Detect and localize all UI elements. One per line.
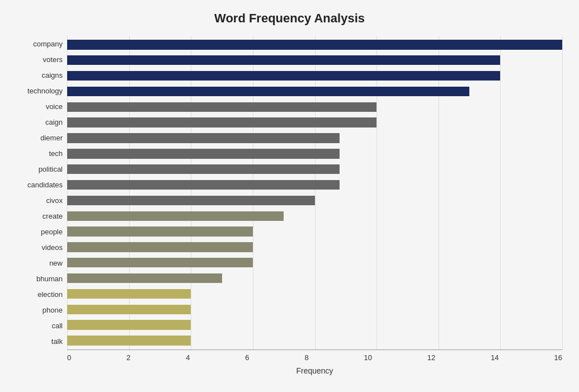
bar-row	[67, 208, 562, 224]
x-tick: 16	[554, 353, 562, 362]
y-axis-label: tech	[49, 150, 63, 157]
bar-row	[67, 239, 562, 255]
bar	[67, 117, 376, 127]
bar-row	[67, 130, 562, 146]
bar	[67, 289, 191, 299]
x-tick: 6	[245, 353, 249, 362]
bar-row	[67, 115, 562, 130]
y-axis-label: caigns	[41, 72, 63, 79]
bar	[67, 242, 253, 252]
y-axis-label: company	[33, 40, 63, 48]
bar-row	[67, 37, 562, 53]
y-axis-label: civox	[46, 197, 63, 204]
bar-row	[67, 224, 562, 239]
bar-row	[67, 192, 562, 208]
bar	[67, 164, 340, 174]
bar-row	[67, 271, 562, 286]
x-tick: 0	[67, 353, 71, 362]
bar	[67, 87, 469, 96]
bar	[67, 305, 191, 314]
grid-and-bars	[67, 36, 562, 350]
y-axis-label: people	[41, 228, 63, 235]
chart-title: Word Frequency Analysis	[17, 11, 562, 26]
x-axis: 0246810121416	[67, 350, 562, 362]
bar	[67, 258, 253, 267]
bar-row	[67, 317, 562, 333]
chart-container: Word Frequency Analysis companyvoterscai…	[0, 0, 579, 392]
x-tick: 2	[126, 353, 130, 362]
x-tick: 12	[427, 353, 435, 362]
bar-row	[67, 162, 562, 177]
bar	[67, 71, 500, 81]
bar-row	[67, 146, 562, 162]
bar-row	[67, 84, 562, 100]
bar-row	[67, 301, 562, 317]
x-axis-label: Frequency	[67, 366, 562, 375]
bar	[67, 40, 562, 49]
y-axis-label: call	[51, 322, 63, 329]
plot-area	[67, 36, 562, 350]
y-axis-label: technology	[27, 87, 63, 95]
bar-row	[67, 177, 562, 193]
bar	[67, 180, 340, 190]
bar	[67, 211, 284, 221]
bar-row	[67, 99, 562, 115]
bar-row	[67, 53, 562, 68]
x-tick: 4	[186, 353, 190, 362]
bar	[67, 273, 222, 283]
bars-container	[67, 36, 562, 350]
bar	[67, 320, 191, 329]
y-axis-label: bhuman	[36, 275, 63, 282]
y-axis: companyvoterscaignstechnologyvoicecaignd…	[17, 36, 67, 350]
bar	[67, 133, 340, 143]
bottom-section: 0246810121416 Frequency	[17, 350, 562, 375]
bar	[67, 149, 340, 158]
bar-row	[67, 286, 562, 302]
chart-area: companyvoterscaignstechnologyvoicecaignd…	[17, 36, 562, 350]
bar	[67, 196, 315, 205]
grid-line	[562, 36, 563, 350]
bar	[67, 226, 253, 236]
bar	[67, 55, 500, 65]
y-axis-label: phone	[43, 306, 63, 314]
bar	[67, 102, 376, 112]
y-axis-label: voice	[46, 103, 63, 110]
y-axis-label: new	[49, 259, 63, 267]
bar-row	[67, 255, 562, 271]
y-axis-label: election	[37, 291, 63, 298]
y-axis-label: talk	[51, 338, 63, 345]
bar	[67, 336, 191, 345]
y-axis-label: political	[39, 166, 63, 173]
x-tick: 14	[491, 353, 498, 362]
x-tick: 10	[364, 353, 371, 362]
bar-row	[67, 68, 562, 84]
y-axis-label: caign	[45, 119, 63, 126]
bar-row	[67, 333, 562, 348]
y-axis-label: create	[43, 212, 63, 220]
y-axis-label: videos	[41, 244, 63, 251]
y-axis-label: voters	[43, 56, 63, 63]
x-tick: 8	[304, 353, 308, 362]
y-axis-label: candidates	[27, 181, 63, 188]
y-axis-label: diemer	[40, 134, 63, 141]
